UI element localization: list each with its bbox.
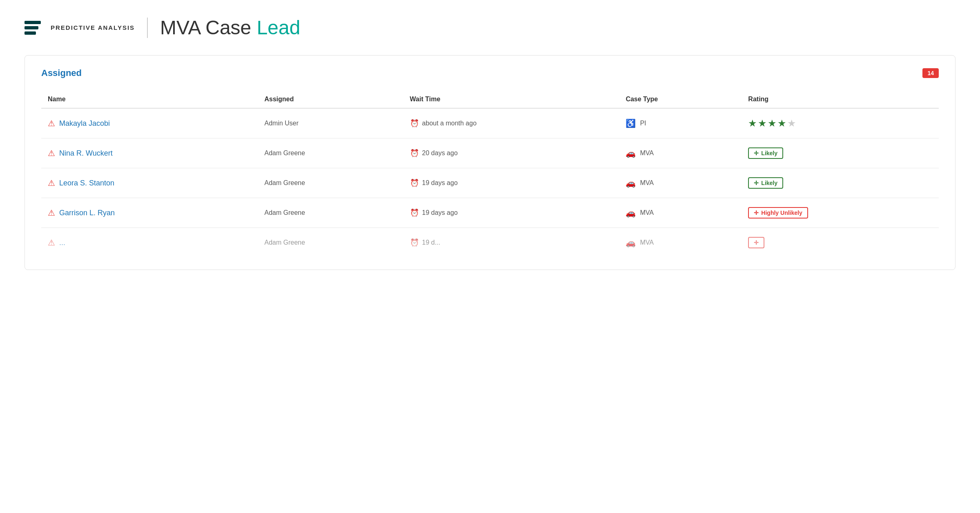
table-row[interactable]: ⚠ Makayla Jacobi Admin User ⏰ about a mo… — [41, 108, 939, 138]
table-header-row: Name Assigned Wait Time Case Type Rating — [41, 91, 939, 108]
cell-wait-time: ⏰ 19 days ago — [403, 198, 619, 228]
case-type-text: MVA — [640, 239, 653, 246]
alert-icon: ⚠ — [48, 178, 55, 188]
cell-case-type: 🚗 MVA — [619, 228, 742, 258]
header-title-highlight: Lead — [257, 17, 301, 38]
table-header: Name Assigned Wait Time Case Type Rating — [41, 91, 939, 108]
rating-badge-highly-unlikely: ✛ Highly Unlikely — [748, 207, 808, 219]
wait-time-cell: ⏰ about a month ago — [410, 119, 613, 128]
header-divider — [147, 18, 148, 38]
cell-assigned: Adam Greene — [258, 138, 403, 168]
alert-icon: ⚠ — [48, 238, 55, 248]
car-icon: 🚗 — [626, 148, 636, 158]
col-assigned: Assigned — [258, 91, 403, 108]
case-type-cell: ♿ PI — [626, 118, 735, 128]
accessibility-icon: ♿ — [626, 118, 636, 128]
case-type-cell: 🚗 MVA — [626, 238, 735, 248]
rating-badge-partial: ✛ — [748, 237, 764, 248]
wait-time-cell: ⏰ 19 days ago — [410, 178, 613, 187]
cell-rating: ★ ★ ★ ★ ★ — [742, 108, 939, 138]
wait-time-text: 19 days ago — [422, 209, 458, 216]
wait-time-text: 20 days ago — [422, 149, 458, 157]
rating-badge-likely: ✛ Likely — [748, 177, 783, 189]
main-card: Assigned 14 Name Assigned Wait Time Case… — [24, 55, 956, 270]
rating-badge-likely: ✛ Likely — [748, 147, 783, 159]
rating-label: Likely — [761, 150, 777, 156]
cell-name: ⚠ Makayla Jacobi — [41, 108, 258, 138]
clock-icon: ⏰ — [410, 119, 419, 128]
alert-icon: ⚠ — [48, 208, 55, 218]
cell-case-type: 🚗 MVA — [619, 168, 742, 198]
name-link[interactable]: ... — [59, 239, 65, 247]
col-rating: Rating — [742, 91, 939, 108]
logo-bar-3 — [24, 31, 36, 35]
cell-assigned: Adam Greene — [258, 228, 403, 258]
logo-bar-1 — [24, 21, 41, 24]
alert-icon: ⚠ — [48, 148, 55, 158]
rating-label: Likely — [761, 180, 777, 186]
col-case-type: Case Type — [619, 91, 742, 108]
case-type-cell: 🚗 MVA — [626, 178, 735, 188]
plus-icon: ✛ — [754, 239, 759, 246]
case-type-cell: 🚗 MVA — [626, 148, 735, 158]
car-icon: 🚗 — [626, 178, 636, 188]
plus-icon: ✛ — [754, 180, 759, 186]
star-2: ★ — [758, 118, 767, 129]
header: PREDICTIVE ANALYSIS MVA Case Lead — [24, 16, 956, 39]
cell-assigned: Adam Greene — [258, 198, 403, 228]
star-4: ★ — [777, 118, 786, 129]
name-link[interactable]: Garrison L. Ryan — [59, 209, 115, 217]
table-row[interactable]: ⚠ Nina R. Wuckert Adam Greene ⏰ 20 days … — [41, 138, 939, 168]
star-rating: ★ ★ ★ ★ ★ — [748, 118, 932, 129]
alert-icon: ⚠ — [48, 118, 55, 128]
car-icon: 🚗 — [626, 238, 636, 248]
wait-time-text: about a month ago — [422, 120, 477, 127]
case-type-cell: 🚗 MVA — [626, 208, 735, 218]
case-type-text: MVA — [640, 179, 653, 187]
plus-icon: ✛ — [754, 210, 759, 216]
name-link[interactable]: Nina R. Wuckert — [59, 149, 113, 158]
wait-time-text: 19 d... — [422, 239, 440, 246]
header-brand: PREDICTIVE ANALYSIS — [51, 24, 135, 31]
leads-table: Name Assigned Wait Time Case Type Rating… — [41, 91, 939, 257]
case-type-text: MVA — [640, 149, 653, 157]
col-wait-time: Wait Time — [403, 91, 619, 108]
name-link[interactable]: Makayla Jacobi — [59, 119, 110, 128]
case-type-text: PI — [640, 120, 646, 127]
wait-time-cell: ⏰ 19 d... — [410, 238, 613, 247]
clock-icon: ⏰ — [410, 178, 419, 187]
name-cell: ⚠ Leora S. Stanton — [48, 178, 252, 188]
table-body: ⚠ Makayla Jacobi Admin User ⏰ about a mo… — [41, 108, 939, 257]
cell-name: ⚠ Garrison L. Ryan — [41, 198, 258, 228]
card-title: Assigned — [41, 68, 82, 78]
clock-icon: ⏰ — [410, 208, 419, 217]
table-row[interactable]: ⚠ Garrison L. Ryan Adam Greene ⏰ 19 days… — [41, 198, 939, 228]
plus-icon: ✛ — [754, 150, 759, 156]
case-type-text: MVA — [640, 209, 653, 216]
card-header: Assigned 14 — [41, 68, 939, 78]
name-cell: ⚠ Garrison L. Ryan — [48, 208, 252, 218]
logo-bar-2 — [24, 26, 38, 29]
cell-rating: ✛ Likely — [742, 138, 939, 168]
clock-icon: ⏰ — [410, 149, 419, 158]
cell-name: ⚠ Leora S. Stanton — [41, 168, 258, 198]
page-wrapper: PREDICTIVE ANALYSIS MVA Case Lead Assign… — [0, 0, 980, 513]
cell-assigned: Admin User — [258, 108, 403, 138]
table-row[interactable]: ⚠ ... Adam Greene ⏰ 19 d... 🚗 — [41, 228, 939, 258]
name-link[interactable]: Leora S. Stanton — [59, 179, 114, 187]
name-cell: ⚠ Nina R. Wuckert — [48, 148, 252, 158]
star-3: ★ — [768, 118, 777, 129]
cell-case-type: 🚗 MVA — [619, 138, 742, 168]
cell-assigned: Adam Greene — [258, 168, 403, 198]
star-5: ★ — [787, 118, 796, 129]
cell-rating: ✛ Likely — [742, 168, 939, 198]
name-cell: ⚠ Makayla Jacobi — [48, 118, 252, 128]
wait-time-text: 19 days ago — [422, 179, 458, 187]
table-row[interactable]: ⚠ Leora S. Stanton Adam Greene ⏰ 19 days… — [41, 168, 939, 198]
cell-name: ⚠ Nina R. Wuckert — [41, 138, 258, 168]
header-title-part1: MVA Case — [160, 17, 257, 38]
assigned-count-badge: 14 — [922, 68, 939, 78]
rating-label: Highly Unlikely — [761, 210, 802, 216]
cell-rating: ✛ Highly Unlikely — [742, 198, 939, 228]
cell-wait-time: ⏰ 19 d... — [403, 228, 619, 258]
